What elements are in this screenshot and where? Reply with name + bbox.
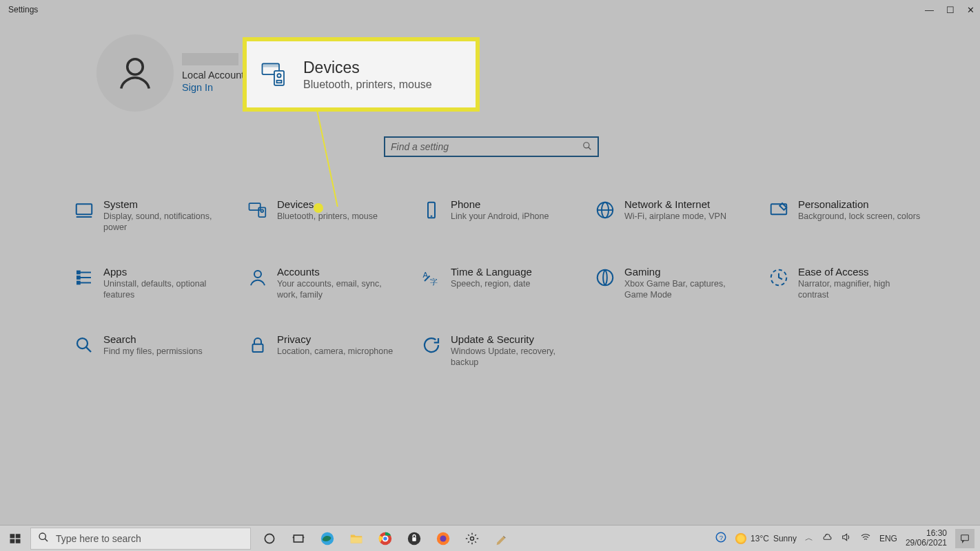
category-title: Devices bbox=[277, 198, 378, 210]
svg-rect-34 bbox=[16, 534, 21, 538]
category-system[interactable]: SystemDisplay, sound, notifications, pow… bbox=[69, 194, 243, 262]
onedrive-tray-icon[interactable] bbox=[821, 532, 833, 545]
category-search[interactable]: SearchFind my files, permissions bbox=[69, 329, 243, 397]
update-icon bbox=[416, 333, 447, 355]
category-ease-of-access[interactable]: Ease of AccessNarrator, magnifier, high … bbox=[764, 262, 937, 329]
cortana-button[interactable] bbox=[261, 530, 278, 548]
minimize-button[interactable]: — bbox=[925, 5, 934, 15]
gaming-icon bbox=[590, 266, 620, 288]
category-subtitle: Background, lock screen, colors bbox=[798, 211, 920, 222]
category-gaming[interactable]: GamingXbox Game Bar, captures, Game Mode bbox=[590, 262, 764, 329]
paint-icon bbox=[764, 198, 794, 220]
sun-icon bbox=[735, 533, 746, 544]
start-button[interactable] bbox=[0, 526, 30, 552]
taskbar-search[interactable]: Type here to search bbox=[30, 528, 251, 550]
category-devices[interactable]: DevicesBluetooth, printers, mouse bbox=[243, 194, 416, 262]
category-accounts[interactable]: AccountsYour accounts, email, sync, work… bbox=[243, 262, 416, 329]
callout-title: Devices bbox=[303, 59, 432, 77]
category-title: Apps bbox=[103, 266, 227, 278]
lock-icon bbox=[243, 333, 273, 355]
category-subtitle: Windows Update, recovery, backup bbox=[451, 346, 575, 368]
accounts-icon bbox=[243, 266, 273, 288]
svg-rect-23 bbox=[77, 276, 80, 279]
category-title: Search bbox=[103, 333, 203, 345]
find-setting-search[interactable] bbox=[384, 136, 599, 157]
svg-point-0 bbox=[127, 59, 143, 75]
category-personalization[interactable]: PersonalizationBackground, lock screen, … bbox=[764, 194, 937, 262]
chrome-app[interactable] bbox=[376, 530, 394, 548]
category-subtitle: Your accounts, email, sync, work, family bbox=[277, 279, 401, 300]
clock-time: 16:30 bbox=[906, 529, 947, 538]
user-name-redacted bbox=[182, 53, 238, 65]
svg-rect-24 bbox=[77, 282, 80, 284]
clock[interactable]: 16:30 29/06/2021 bbox=[906, 529, 947, 547]
svg-rect-49 bbox=[412, 537, 416, 541]
svg-rect-36 bbox=[16, 539, 21, 543]
clock-date: 29/06/2021 bbox=[906, 539, 947, 548]
category-time-language[interactable]: A字 Time & LanguageSpeech, region, date bbox=[416, 262, 590, 329]
maximize-button[interactable]: ☐ bbox=[946, 5, 955, 15]
category-subtitle: Link your Android, iPhone bbox=[451, 211, 549, 222]
close-button[interactable]: ✕ bbox=[967, 5, 974, 15]
time-language-icon: A字 bbox=[416, 266, 447, 288]
category-subtitle: Uninstall, defaults, optional features bbox=[103, 279, 227, 300]
category-subtitle: Bluetooth, printers, mouse bbox=[277, 211, 378, 222]
svg-line-38 bbox=[45, 539, 48, 541]
category-apps[interactable]: AppsUninstall, defaults, optional featur… bbox=[69, 262, 243, 329]
taskbar-search-placeholder: Type here to search bbox=[56, 533, 141, 544]
svg-point-30 bbox=[77, 338, 88, 349]
search-input[interactable] bbox=[391, 141, 582, 152]
person-icon bbox=[116, 53, 154, 93]
category-title: Personalization bbox=[798, 198, 920, 210]
task-view-button[interactable] bbox=[289, 530, 307, 548]
tray-expand-icon[interactable]: ︿ bbox=[805, 532, 813, 544]
category-subtitle: Wi-Fi, airplane mode, VPN bbox=[624, 211, 726, 222]
paint-app[interactable] bbox=[492, 530, 510, 548]
security-app[interactable] bbox=[405, 530, 423, 548]
svg-point-6 bbox=[584, 142, 589, 147]
edge-app[interactable] bbox=[318, 530, 336, 548]
file-explorer-app[interactable] bbox=[347, 530, 365, 548]
svg-point-25 bbox=[254, 271, 261, 278]
category-title: Network & Internet bbox=[624, 198, 726, 210]
svg-point-39 bbox=[265, 534, 274, 543]
devices-icon bbox=[258, 60, 291, 89]
category-update-security[interactable]: Update & SecurityWindows Update, recover… bbox=[416, 329, 590, 397]
weather-widget[interactable]: 13°C Sunny bbox=[735, 533, 797, 544]
category-subtitle: Xbox Game Bar, captures, Game Mode bbox=[624, 279, 748, 300]
language-indicator[interactable]: ENG bbox=[879, 534, 897, 543]
category-network[interactable]: Network & InternetWi-Fi, airplane mode, … bbox=[590, 194, 764, 262]
action-center-button[interactable] bbox=[955, 529, 974, 548]
callout-connector-line bbox=[316, 110, 338, 207]
svg-point-47 bbox=[383, 537, 387, 541]
volume-tray-icon[interactable] bbox=[841, 532, 852, 545]
user-avatar[interactable] bbox=[96, 34, 174, 112]
svg-rect-33 bbox=[10, 534, 15, 538]
firefox-app[interactable] bbox=[434, 530, 452, 548]
system-icon bbox=[69, 198, 99, 220]
sign-in-link[interactable]: Sign In bbox=[182, 82, 244, 93]
weather-temp: 13°C bbox=[751, 534, 769, 543]
help-button[interactable]: ? bbox=[715, 531, 727, 545]
search-category-icon bbox=[69, 333, 99, 355]
category-privacy[interactable]: PrivacyLocation, camera, microphone bbox=[243, 329, 416, 397]
weather-desc: Sunny bbox=[773, 534, 797, 543]
callout-subtitle: Bluetooth, printers, mouse bbox=[303, 79, 432, 91]
svg-rect-40 bbox=[294, 535, 303, 542]
network-tray-icon[interactable] bbox=[860, 532, 871, 545]
category-title: Time & Language bbox=[451, 266, 532, 278]
svg-text:字: 字 bbox=[430, 278, 438, 286]
svg-rect-8 bbox=[76, 204, 92, 214]
window-titlebar: Settings — ☐ ✕ bbox=[0, 0, 980, 19]
settings-app[interactable] bbox=[463, 530, 481, 548]
windows-icon bbox=[9, 532, 21, 545]
svg-point-52 bbox=[471, 537, 474, 540]
category-title: Ease of Access bbox=[798, 266, 922, 278]
svg-rect-2 bbox=[263, 65, 278, 67]
category-subtitle: Find my files, permissions bbox=[103, 346, 203, 357]
apps-icon bbox=[69, 266, 99, 288]
svg-line-31 bbox=[86, 347, 91, 352]
svg-point-28 bbox=[598, 270, 613, 286]
svg-point-51 bbox=[440, 535, 446, 541]
category-phone[interactable]: PhoneLink your Android, iPhone bbox=[416, 194, 590, 262]
